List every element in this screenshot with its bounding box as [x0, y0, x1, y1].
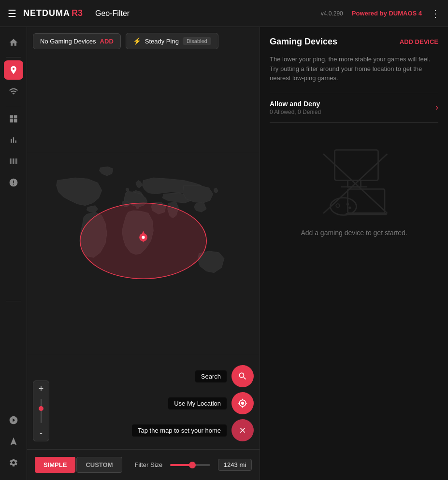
add-gaming-device-label: ADD [100, 38, 114, 45]
sidebar-item-dashboard[interactable] [4, 109, 23, 128]
sidebar-item-system-settings[interactable] [4, 453, 23, 472]
powered-by: Powered by DUMAOS 4 [352, 10, 422, 17]
sidebar-item-stats[interactable] [4, 130, 23, 150]
no-gaming-label: No Gaming Devices [40, 38, 96, 45]
zoom-out-button[interactable]: - [33, 425, 49, 441]
close-tap-map-button[interactable] [231, 419, 254, 441]
zoom-controls: + - [33, 381, 49, 441]
svg-point-8 [336, 204, 339, 207]
sidebar-item-home[interactable] [4, 33, 23, 52]
no-device-area: Add a gaming device to get started. [270, 134, 438, 246]
steady-ping-label: Steady Ping [145, 38, 179, 45]
no-gaming-devices-button[interactable]: No Gaming Devices ADD [33, 33, 121, 49]
add-device-button[interactable]: ADD DEVICE [400, 38, 438, 45]
lightning-icon: ⚡ [133, 37, 141, 45]
tap-map-fab-row: Tap the map to set your home [132, 419, 254, 441]
logo-r3: R3 [72, 8, 83, 18]
filter-size-value: 1243 mi [218, 459, 252, 471]
more-options-button[interactable]: ⋮ [431, 8, 440, 19]
simple-mode-button[interactable]: SIMPLE [35, 457, 75, 473]
sidebar [0, 27, 27, 480]
sidebar-item-speedtest[interactable] [4, 410, 23, 430]
filter-bar: SIMPLE CUSTOM Filter Size 1243 mi [27, 449, 260, 480]
svg-rect-2 [334, 150, 378, 180]
map-container[interactable]: No Gaming Devices ADD ⚡ Steady Ping Disa… [27, 27, 260, 480]
disabled-badge: Disabled [183, 37, 211, 45]
top-navigation: ☰ NETDUMA R3 Geo-Filter v4.0.290 Powered… [0, 0, 448, 27]
no-device-illustration [311, 144, 398, 221]
custom-mode-button[interactable]: CUSTOM [76, 457, 122, 473]
filter-mode-buttons: SIMPLE CUSTOM [35, 457, 122, 473]
page-title: Geo-Filter [95, 9, 130, 18]
zoom-in-button[interactable]: + [33, 381, 49, 396]
map-fab-group: Search Use My Location Tap the map to se… [132, 365, 254, 441]
allow-deny-chevron-icon: › [435, 102, 438, 113]
use-my-location-button[interactable] [231, 392, 254, 414]
map-toolbar: No Gaming Devices ADD ⚡ Steady Ping Disa… [33, 33, 254, 49]
search-fab-button[interactable] [231, 365, 254, 387]
allow-deny-title: Allow and Deny [270, 100, 321, 108]
search-fab-label: Search [195, 370, 227, 382]
steady-ping-button[interactable]: ⚡ Steady Ping Disabled [126, 33, 218, 49]
filter-size-label: Filter Size [135, 461, 163, 468]
allow-deny-subtitle: 0 Allowed, 0 Denied [270, 109, 321, 115]
svg-point-7 [330, 198, 356, 215]
svg-point-10 [348, 206, 351, 209]
location-fab-label: Use My Location [168, 397, 227, 409]
version-label: v4.0.290 [321, 10, 343, 17]
logo: NETDUMA R3 [23, 8, 83, 18]
panel-description: The lower your ping, the more stable you… [270, 55, 438, 83]
right-panel: Gaming Devices ADD DEVICE The lower your… [260, 27, 448, 480]
allow-deny-row[interactable]: Allow and Deny 0 Allowed, 0 Denied › [270, 93, 438, 123]
search-fab-row: Search [195, 365, 254, 387]
svg-point-9 [346, 203, 348, 205]
tap-map-fab-label: Tap the map to set your home [132, 424, 227, 437]
filter-size-slider[interactable] [170, 464, 210, 466]
svg-rect-3 [347, 180, 361, 187]
hamburger-menu[interactable]: ☰ [8, 8, 16, 19]
sidebar-item-block[interactable] [4, 173, 23, 192]
location-fab-row: Use My Location [168, 392, 254, 414]
logo-text: NETDUMA [23, 8, 70, 18]
sidebar-item-network[interactable] [4, 82, 23, 101]
no-device-text: Add a gaming device to get started. [301, 229, 407, 237]
sidebar-item-geo-filter[interactable] [4, 60, 23, 80]
sidebar-item-qos[interactable] [4, 152, 23, 171]
sidebar-item-boost[interactable] [4, 432, 23, 451]
panel-title: Gaming Devices [270, 37, 337, 47]
svg-point-1 [142, 236, 145, 239]
panel-header: Gaming Devices ADD DEVICE [270, 37, 438, 47]
